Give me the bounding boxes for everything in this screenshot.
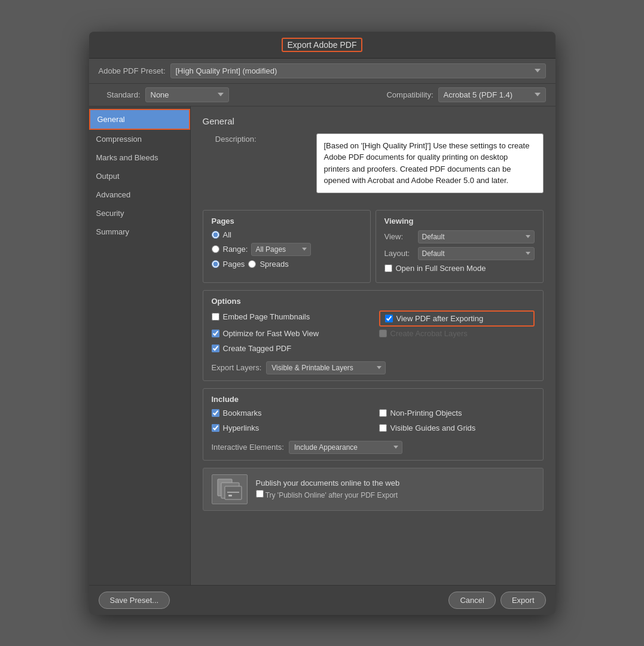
non-printing-label: Non-Printing Objects xyxy=(390,409,462,418)
pages-all-label: All xyxy=(223,230,231,239)
interactive-elements-row: Interactive Elements: Include Appearance… xyxy=(212,441,535,454)
bookmarks-checkbox[interactable] xyxy=(212,409,219,417)
spreads-label: Spreads xyxy=(260,260,288,269)
pages-range-radio[interactable] xyxy=(212,245,219,253)
include-section: Include Bookmarks Non-Printing Objects H… xyxy=(203,388,544,461)
pages-section: Pages All Range: All Pages Odd Pages Onl… xyxy=(203,210,371,283)
full-screen-label: Open in Full Screen Mode xyxy=(396,264,486,273)
options-section: Options Embed Page Thumbnails View PDF a… xyxy=(203,290,544,381)
layout-label: Layout: xyxy=(384,249,414,258)
standard-compat-row: Standard: None PDF/X-1a PDF/X-3 PDF/X-4 … xyxy=(89,84,556,106)
create-acrobat-layers-row: Create Acrobat Layers xyxy=(379,329,535,338)
pages-all-radio-row: All xyxy=(212,230,362,239)
pages-range-select[interactable]: All Pages Odd Pages Only Even Pages Only xyxy=(251,243,311,256)
svg-rect-4 xyxy=(228,495,232,496)
description-row: Description: [Based on '[High Quality Pr… xyxy=(203,133,544,203)
pdf-preset-select[interactable]: [High Quality Print] (modified) xyxy=(170,63,546,78)
description-label: Description: xyxy=(203,133,257,144)
non-printing-checkbox[interactable] xyxy=(379,409,387,417)
content-area: General Description: [Based on '[High Qu… xyxy=(191,106,556,585)
bookmarks-label: Bookmarks xyxy=(223,409,262,418)
publish-main-text: Publish your documents online to the web xyxy=(256,479,400,487)
spreads-radio[interactable] xyxy=(248,260,256,268)
sidebar-item-summary[interactable]: Summary xyxy=(89,223,190,241)
sidebar-item-security[interactable]: Security xyxy=(89,204,190,223)
create-tagged-label: Create Tagged PDF xyxy=(223,344,292,353)
title-bar: Export Adobe PDF xyxy=(89,32,556,59)
dialog-title: Export Adobe PDF xyxy=(282,38,363,52)
pages-radio[interactable] xyxy=(212,260,219,268)
main-area: General Compression Marks and Bleeds Out… xyxy=(89,106,556,585)
interactive-elements-label: Interactive Elements: xyxy=(212,443,284,452)
export-layers-label: Export Layers: xyxy=(212,363,262,372)
include-grid: Bookmarks Non-Printing Objects Hyperlink… xyxy=(212,409,535,436)
layout-select[interactable]: Default Single Page Two-Up xyxy=(418,247,535,260)
view-select[interactable]: Default Fit Page Fit Width xyxy=(418,230,535,243)
sidebar-item-advanced[interactable]: Advanced xyxy=(89,185,190,204)
sidebar-item-output[interactable]: Output xyxy=(89,167,190,185)
sidebar-item-general[interactable]: General xyxy=(89,109,190,130)
options-grid: Embed Page Thumbnails View PDF after Exp… xyxy=(212,310,535,356)
full-screen-checkbox[interactable] xyxy=(384,264,392,272)
pages-viewing-row: Pages All Range: All Pages Odd Pages Onl… xyxy=(203,210,544,283)
view-pdf-label: View PDF after Exporting xyxy=(396,314,484,323)
export-button[interactable]: Export xyxy=(500,592,546,609)
compat-label: Compatibility: xyxy=(374,90,434,99)
sidebar-item-marks-and-bleeds[interactable]: Marks and Bleeds xyxy=(89,148,190,167)
preset-row: Adobe PDF Preset: [High Quality Print] (… xyxy=(89,59,556,84)
description-box: [Based on '[High Quality Print]'] Use th… xyxy=(316,133,544,193)
view-label: View: xyxy=(384,232,414,241)
standard-select[interactable]: None PDF/X-1a PDF/X-3 PDF/X-4 xyxy=(145,87,229,102)
options-title: Options xyxy=(212,297,535,306)
pages-all-radio[interactable] xyxy=(212,231,219,239)
interactive-elements-select[interactable]: Include Appearance Do Not Include xyxy=(289,441,402,454)
svg-rect-2 xyxy=(225,486,242,499)
export-layers-select[interactable]: Visible & Printable Layers Visible Layer… xyxy=(266,361,386,374)
embed-thumbnails-label: Embed Page Thumbnails xyxy=(223,312,310,321)
visible-guides-checkbox[interactable] xyxy=(379,424,387,432)
embed-thumbnails-row: Embed Page Thumbnails xyxy=(212,310,367,323)
optimize-web-row: Optimize for Fast Web View xyxy=(212,329,367,338)
section-title: General xyxy=(203,116,544,126)
hyperlinks-checkbox[interactable] xyxy=(212,424,219,432)
pages-range-label: Range: xyxy=(223,245,248,254)
viewing-title: Viewing xyxy=(384,217,535,226)
hyperlinks-row: Hyperlinks xyxy=(212,423,367,432)
publish-online-checkbox[interactable] xyxy=(256,490,264,498)
publish-icon xyxy=(212,474,248,504)
pages-label: Pages xyxy=(223,260,245,269)
embed-thumbnails-checkbox[interactable] xyxy=(212,313,219,321)
view-pdf-checkbox[interactable] xyxy=(385,315,393,322)
publish-text-area: Publish your documents online to the web… xyxy=(256,479,400,499)
preset-label: Adobe PDF Preset: xyxy=(99,66,166,75)
layout-row: Layout: Default Single Page Two-Up xyxy=(384,247,535,260)
compat-select[interactable]: Acrobat 4 (PDF 1.3) Acrobat 5 (PDF 1.4) … xyxy=(438,87,546,102)
standard-label: Standard: xyxy=(99,90,141,99)
pages-title: Pages xyxy=(212,217,362,226)
create-acrobat-layers-label: Create Acrobat Layers xyxy=(390,329,468,338)
pages-spreads-radio-row: Pages Spreads xyxy=(212,260,362,269)
pages-range-radio-row: Range: All Pages Odd Pages Only Even Pag… xyxy=(212,243,362,256)
visible-guides-label: Visible Guides and Grids xyxy=(390,423,476,432)
publish-section: Publish your documents online to the web… xyxy=(203,468,544,511)
publish-subtext: Try 'Publish Online' after your PDF Expo… xyxy=(265,491,398,499)
footer: Save Preset... Cancel Export xyxy=(89,585,556,615)
hyperlinks-label: Hyperlinks xyxy=(223,423,260,432)
view-row: View: Default Fit Page Fit Width xyxy=(384,230,535,243)
view-pdf-row: View PDF after Exporting xyxy=(379,310,535,327)
create-tagged-checkbox[interactable] xyxy=(212,345,219,352)
export-layers-row: Export Layers: Visible & Printable Layer… xyxy=(212,361,535,374)
viewing-section: Viewing View: Default Fit Page Fit Width… xyxy=(376,210,544,283)
optimize-web-label: Optimize for Fast Web View xyxy=(223,329,319,338)
visible-guides-row: Visible Guides and Grids xyxy=(379,423,535,432)
cancel-button[interactable]: Cancel xyxy=(448,592,495,609)
full-screen-row: Open in Full Screen Mode xyxy=(384,264,535,273)
optimize-web-checkbox[interactable] xyxy=(212,330,219,337)
include-title: Include xyxy=(212,395,535,404)
publish-sub-area: Try 'Publish Online' after your PDF Expo… xyxy=(256,490,400,499)
sidebar: General Compression Marks and Bleeds Out… xyxy=(89,106,191,585)
non-printing-row: Non-Printing Objects xyxy=(379,409,535,418)
sidebar-item-compression[interactable]: Compression xyxy=(89,130,190,148)
save-preset-button[interactable]: Save Preset... xyxy=(99,592,170,609)
export-pdf-dialog: Export Adobe PDF Adobe PDF Preset: [High… xyxy=(89,32,556,615)
